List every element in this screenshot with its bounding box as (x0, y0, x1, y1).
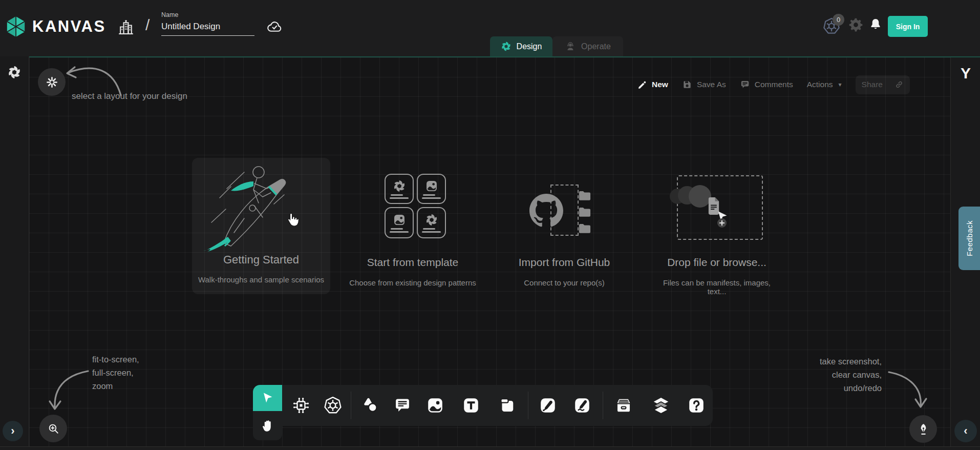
card-import-from-github[interactable]: Import from GitHub Connect to your repo(… (500, 172, 628, 302)
tool-text[interactable] (459, 394, 483, 417)
left-rail: › (0, 56, 29, 446)
tool-select[interactable] (253, 385, 282, 411)
share-button[interactable]: Share (856, 75, 910, 94)
design-name-field: Name (161, 11, 254, 36)
card-drop-file[interactable]: Drop file or browse... Files can be mani… (653, 172, 781, 302)
folder-icon (577, 189, 593, 203)
save-as-button[interactable]: Save As (682, 79, 726, 90)
magnifier-plus-icon (47, 422, 60, 436)
app-header: KANVAS / Name Design Operate 0 Sign In (0, 0, 980, 56)
design-spiral-icon (501, 41, 512, 52)
tool-pen[interactable] (536, 394, 560, 417)
canvas-top-accent-line (29, 56, 980, 57)
tool-dock (253, 385, 713, 426)
kubernetes-context-badge[interactable]: 0 (833, 14, 844, 26)
toolbar-divider (528, 392, 528, 419)
asterisk-icon (46, 76, 58, 89)
brand-name: KANVAS (32, 17, 106, 36)
zoom-in-button[interactable] (39, 415, 67, 442)
chevron-left-icon: ‹ (964, 424, 967, 438)
design-canvas[interactable]: select a layout for your design New Save… (29, 57, 950, 446)
tool-drawer[interactable] (612, 394, 635, 417)
card-subtitle: Files can be manifests, images, text... (653, 278, 781, 296)
tool-image[interactable] (423, 394, 447, 417)
tool-help[interactable] (685, 394, 708, 417)
comment-bubble-icon (393, 396, 412, 415)
expand-left-panel-button[interactable]: › (3, 421, 23, 441)
note-icon (498, 396, 517, 415)
tool-kubernetes[interactable] (321, 394, 345, 417)
right-rail: Y Feedback ‹ (950, 56, 980, 446)
feedback-tab[interactable]: Feedback (958, 207, 980, 270)
actions-menu[interactable]: Actions ▾ (807, 80, 842, 89)
plus-icon (717, 218, 727, 228)
tab-design[interactable]: Design (490, 36, 552, 56)
settings-gear-icon[interactable] (848, 17, 864, 33)
template-tile (417, 207, 446, 238)
card-title: Getting Started (192, 253, 330, 267)
drawer-icon (614, 396, 633, 415)
tab-operate[interactable]: Operate (552, 36, 623, 56)
layout-fab-button[interactable] (38, 68, 66, 96)
card-title: Drop file or browse... (653, 256, 781, 269)
tool-layers[interactable] (649, 394, 673, 417)
whiteboard-pen-button[interactable] (909, 415, 937, 443)
app-window: KANVAS / Name Design Operate 0 Sign In (0, 0, 980, 450)
cursor-arrow-icon (261, 392, 274, 405)
expand-right-panel-button[interactable]: ‹ (954, 420, 977, 442)
image-icon (426, 396, 444, 415)
template-tile (417, 174, 446, 204)
zoom-hint-text: fit-to-screen,full-screen,zoom (92, 353, 139, 393)
card-getting-started[interactable]: Getting Started Walk-throughs and sample… (192, 158, 330, 294)
hand-cursor-icon (282, 209, 303, 230)
chevron-down-icon: ▾ (839, 81, 842, 88)
pencil-icon (637, 80, 647, 90)
tool-sketch[interactable] (570, 394, 594, 417)
pen-nib-icon (917, 422, 930, 436)
card-subtitle: Walk-throughs and sample scenarios (192, 275, 330, 284)
tool-component[interactable] (289, 394, 313, 417)
new-button[interactable]: New (637, 80, 668, 90)
mode-tabs: Design Operate (490, 36, 623, 56)
link-icon (894, 80, 904, 89)
question-mark-icon (687, 396, 706, 415)
layout-hint-text: select a layout for your design (72, 91, 187, 101)
sign-in-button[interactable]: Sign In (888, 16, 928, 37)
tool-pan[interactable] (258, 415, 278, 437)
shapes-icon (360, 396, 380, 415)
pen-tool-icon (539, 396, 557, 415)
canvas-actions-toolbar: New Save As Comments Actions ▾ Share (637, 75, 910, 94)
rocket-doodle-illustration (197, 161, 325, 252)
chip-icon (291, 396, 311, 415)
comments-button[interactable]: Comments (740, 79, 793, 90)
spiral-logo-icon[interactable] (7, 65, 22, 79)
template-tiles (385, 174, 446, 238)
notifications-bell-icon[interactable] (868, 17, 883, 32)
card-title: Import from GitHub (500, 256, 628, 269)
tool-shapes[interactable] (358, 394, 382, 417)
comment-bubble-icon (740, 79, 750, 90)
card-subtitle: Choose from existing design patterns (338, 278, 487, 287)
app-logo[interactable]: KANVAS (6, 15, 106, 38)
hand-icon (260, 418, 275, 434)
card-start-from-template[interactable]: Start from template Choose from existing… (338, 172, 487, 302)
folder-icon (577, 221, 593, 236)
card-subtitle: Connect to your repo(s) (500, 278, 628, 287)
layers-icon (651, 396, 671, 415)
bottom-strip (0, 446, 980, 450)
cloud-sync-icon (265, 18, 284, 36)
template-tile (385, 207, 414, 238)
tool-note[interactable] (496, 394, 519, 417)
pencil-sketch-icon (573, 396, 591, 415)
card-title: Start from template (338, 256, 487, 269)
floppy-save-icon (682, 79, 692, 90)
design-name-input[interactable] (161, 21, 254, 36)
folder-icon (577, 205, 593, 219)
organization-icon[interactable] (117, 18, 135, 37)
pointer-tools-group (253, 385, 282, 440)
y-logo[interactable]: Y (951, 65, 980, 82)
github-octocat-icon (529, 194, 563, 228)
tool-comment[interactable] (391, 394, 414, 417)
template-tile (385, 174, 414, 204)
chevron-right-icon: › (11, 424, 14, 438)
